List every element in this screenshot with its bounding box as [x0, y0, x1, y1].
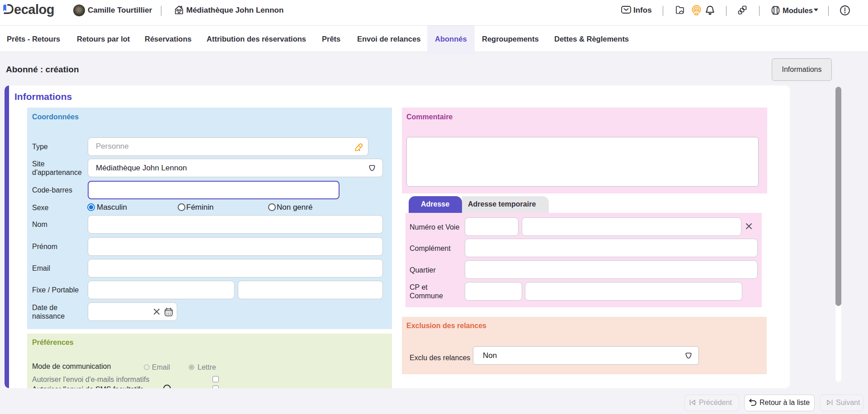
svg-text:ecalog: ecalog	[14, 2, 54, 17]
